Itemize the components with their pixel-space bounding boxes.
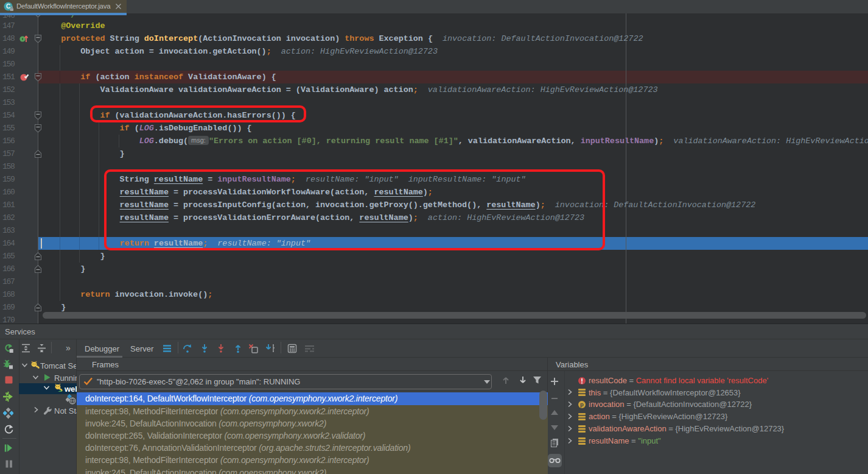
svg-text:C: C — [6, 3, 10, 10]
svg-text:p: p — [580, 401, 584, 408]
